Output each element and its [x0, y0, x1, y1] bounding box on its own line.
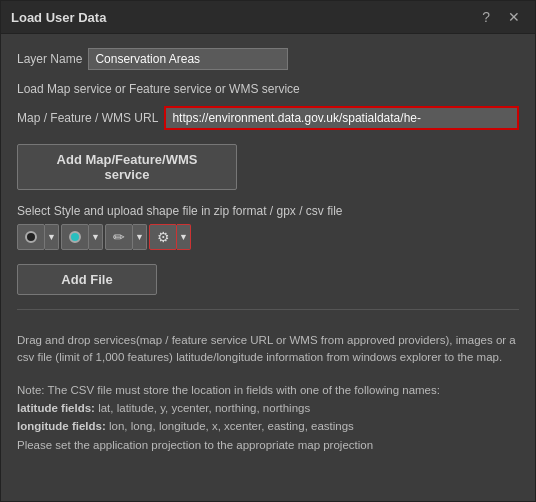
style-tools: ▼ ▼ ✏ ▼: [17, 224, 519, 250]
add-map-service-button[interactable]: Add Map/Feature/WMS service: [17, 144, 237, 190]
gear-button[interactable]: ⚙: [149, 224, 177, 250]
style-section: Select Style and upload shape file in zi…: [17, 202, 519, 250]
teal-dot-icon: [69, 231, 81, 243]
layer-name-input[interactable]: [88, 48, 288, 70]
note-title: Note: The CSV file must store the locati…: [17, 384, 440, 396]
close-button[interactable]: ✕: [503, 7, 525, 27]
lon-label: longitude fields:: [17, 420, 106, 432]
add-file-button[interactable]: Add File: [17, 264, 157, 295]
url-row: Map / Feature / WMS URL: [17, 106, 519, 130]
divider: [17, 309, 519, 310]
projection-note: Please set the application projection to…: [17, 439, 373, 451]
gear-icon: ⚙: [157, 229, 170, 245]
url-input[interactable]: [166, 108, 517, 128]
dialog-content: Layer Name Load Map service or Feature s…: [1, 34, 535, 501]
help-button[interactable]: ?: [477, 7, 495, 27]
black-dot-button[interactable]: [17, 224, 45, 250]
url-input-wrapper: [164, 106, 519, 130]
teal-dot-dropdown[interactable]: ▼: [89, 224, 103, 250]
gear-tool-group: ⚙ ▼: [149, 224, 191, 250]
teal-dot-button[interactable]: [61, 224, 89, 250]
style-description: Select Style and upload shape file in zi…: [17, 204, 519, 218]
teal-dot-tool-group: ▼: [61, 224, 103, 250]
gear-dropdown[interactable]: ▼: [177, 224, 191, 250]
title-bar-actions: ? ✕: [477, 7, 525, 27]
url-label: Map / Feature / WMS URL: [17, 111, 158, 125]
load-user-data-dialog: Load User Data ? ✕ Layer Name Load Map s…: [0, 0, 536, 502]
dialog-title: Load User Data: [11, 10, 106, 25]
black-dot-tool-group: ▼: [17, 224, 59, 250]
pencil-button[interactable]: ✏: [105, 224, 133, 250]
layer-name-row: Layer Name: [17, 48, 519, 70]
title-bar: Load User Data ? ✕: [1, 1, 535, 34]
lat-fields: lat, latitude, y, ycenter, northing, nor…: [98, 402, 310, 414]
black-dot-dropdown[interactable]: ▼: [45, 224, 59, 250]
drag-drop-info: Drag and drop services(map / feature ser…: [17, 332, 519, 367]
note-section: Note: The CSV file must store the locati…: [17, 381, 519, 455]
black-dot-icon: [25, 231, 37, 243]
pencil-icon: ✏: [113, 229, 125, 245]
pencil-tool-group: ✏ ▼: [105, 224, 147, 250]
lat-label: latitude fields:: [17, 402, 95, 414]
lon-fields: lon, long, longitude, x, xcenter, eastin…: [109, 420, 354, 432]
layer-name-label: Layer Name: [17, 52, 82, 66]
pencil-dropdown[interactable]: ▼: [133, 224, 147, 250]
map-service-description: Load Map service or Feature service or W…: [17, 82, 519, 96]
